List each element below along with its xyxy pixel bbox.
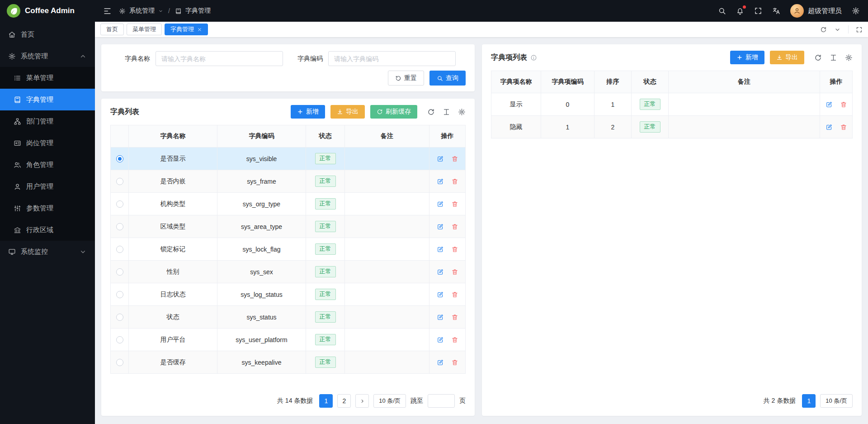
row-radio[interactable] — [116, 291, 123, 298]
status-badge: 正常 — [315, 266, 336, 277]
tab-options-icon[interactable] — [834, 26, 841, 33]
row-radio[interactable] — [116, 246, 123, 253]
delete-icon[interactable] — [840, 101, 847, 108]
dict-table-row[interactable]: 是否内嵌sys_frame正常 — [111, 170, 466, 193]
row-radio[interactable] — [116, 268, 123, 276]
dict-code-input[interactable] — [328, 51, 456, 66]
dict-item-table-row[interactable]: 隐藏12正常 — [491, 116, 853, 138]
dict-table-row[interactable]: 性别sys_sex正常 — [111, 261, 466, 283]
row-density-icon[interactable] — [443, 108, 450, 116]
query-button[interactable]: 查询 — [429, 71, 466, 86]
dict-table-row[interactable]: 用户平台sys_user_platform正常 — [111, 329, 466, 351]
gear-icon — [119, 8, 126, 14]
add-dict-item-button[interactable]: 新增 — [730, 51, 764, 64]
sidebar-item[interactable]: 岗位管理 — [0, 132, 95, 154]
dict-item-table-row[interactable]: 显示01正常 — [491, 93, 853, 116]
delete-icon[interactable] — [451, 223, 458, 230]
edit-icon[interactable] — [437, 246, 444, 253]
row-radio[interactable] — [116, 314, 123, 321]
row-radio[interactable] — [116, 359, 123, 366]
dict-table-row[interactable]: 是否缓存sys_keepalive正常 — [111, 351, 466, 374]
dict-table-row[interactable]: 是否显示sys_visible正常 — [111, 148, 466, 170]
sidebar-item-label: 行政区域 — [26, 226, 53, 234]
row-radio[interactable] — [116, 223, 123, 230]
dict-name-input[interactable] — [156, 51, 283, 66]
dict-table-row[interactable]: 锁定标记sys_lock_flag正常 — [111, 238, 466, 261]
edit-icon[interactable] — [437, 223, 444, 230]
reset-button[interactable]: 重置 — [388, 71, 424, 86]
item-code-cell: 0 — [541, 93, 594, 116]
translate-icon[interactable] — [772, 7, 780, 15]
edit-icon[interactable] — [826, 124, 833, 131]
settings-icon[interactable] — [852, 7, 860, 15]
dict-table-row[interactable]: 日志状态sys_log_status正常 — [111, 283, 466, 306]
sidebar-item[interactable]: 行政区域 — [0, 219, 95, 241]
column-settings-icon[interactable] — [458, 108, 466, 116]
row-radio[interactable] — [116, 155, 123, 162]
delete-icon[interactable] — [451, 246, 458, 253]
dict-table-row[interactable]: 状态sys_status正常 — [111, 306, 466, 329]
tab-item[interactable]: 字典管理 — [165, 24, 208, 35]
sidebar-item[interactable]: 部门管理 — [0, 110, 95, 132]
page-size-select[interactable]: 10 条/页 — [373, 394, 406, 408]
refresh-table-icon[interactable] — [814, 54, 822, 62]
page-button[interactable]: 1 — [319, 394, 333, 408]
edit-icon[interactable] — [437, 200, 444, 208]
sidebar-item[interactable]: 用户管理 — [0, 176, 95, 197]
delete-icon[interactable] — [451, 155, 458, 162]
edit-icon[interactable] — [826, 101, 833, 108]
dict-table-row[interactable]: 机构类型sys_org_type正常 — [111, 193, 466, 215]
content-fullscreen-icon[interactable] — [856, 26, 863, 33]
sidebar-item[interactable]: 首页 — [0, 24, 95, 45]
refresh-page-icon[interactable] — [820, 26, 827, 33]
row-radio[interactable] — [116, 178, 123, 185]
fullscreen-icon[interactable] — [754, 7, 762, 15]
add-dict-button[interactable]: 新增 — [291, 105, 325, 119]
delete-icon[interactable] — [451, 268, 458, 276]
edit-icon[interactable] — [437, 336, 444, 343]
row-density-icon[interactable] — [830, 54, 837, 62]
edit-icon[interactable] — [437, 314, 444, 321]
tab-item[interactable]: 菜单管理 — [127, 24, 162, 35]
export-dict-item-button[interactable]: 导出 — [770, 51, 804, 64]
sidebar-item[interactable]: 系统监控 — [0, 241, 95, 262]
edit-icon[interactable] — [437, 155, 444, 162]
refresh-table-icon[interactable] — [427, 108, 435, 116]
row-radio[interactable] — [116, 200, 123, 208]
next-page-button[interactable] — [355, 394, 369, 408]
menu-fold-icon[interactable] — [103, 7, 112, 15]
user-menu[interactable]: 超级管理员 — [790, 4, 842, 18]
page-button[interactable]: 2 — [337, 394, 351, 408]
status-cell: 正常 — [306, 170, 345, 193]
dict-table-row[interactable]: 区域类型sys_area_type正常 — [111, 215, 466, 238]
notifications-button[interactable] — [736, 7, 744, 15]
sidebar-item[interactable]: 系统管理 — [0, 45, 95, 67]
delete-icon[interactable] — [451, 336, 458, 343]
sidebar-item[interactable]: 角色管理 — [0, 154, 95, 176]
sidebar-item[interactable]: 参数管理 — [0, 197, 95, 219]
jump-page-input[interactable] — [428, 394, 455, 408]
edit-icon[interactable] — [437, 178, 444, 185]
tab-close-icon[interactable] — [197, 27, 202, 32]
breadcrumb-item-system[interactable]: 系统管理 — [129, 7, 155, 15]
sidebar-item[interactable]: 菜单管理 — [0, 67, 95, 89]
edit-icon[interactable] — [437, 359, 444, 366]
delete-icon[interactable] — [451, 291, 458, 298]
refresh-cache-button[interactable]: 刷新缓存 — [370, 105, 417, 119]
sidebar-item-label: 系统监控 — [21, 248, 48, 256]
delete-icon[interactable] — [451, 178, 458, 185]
search-icon[interactable] — [718, 7, 726, 15]
column-settings-icon[interactable] — [845, 54, 853, 62]
export-dict-button[interactable]: 导出 — [330, 105, 365, 119]
tab-item[interactable]: 首页 — [100, 24, 124, 35]
edit-icon[interactable] — [437, 268, 444, 276]
sidebar-item[interactable]: 字典管理 — [0, 89, 95, 110]
edit-icon[interactable] — [437, 291, 444, 298]
row-radio[interactable] — [116, 336, 123, 343]
delete-icon[interactable] — [451, 200, 458, 208]
delete-icon[interactable] — [451, 314, 458, 321]
page-size-select[interactable]: 10 条/页 — [820, 394, 853, 408]
delete-icon[interactable] — [840, 124, 847, 131]
delete-icon[interactable] — [451, 359, 458, 366]
page-button[interactable]: 1 — [802, 394, 816, 408]
